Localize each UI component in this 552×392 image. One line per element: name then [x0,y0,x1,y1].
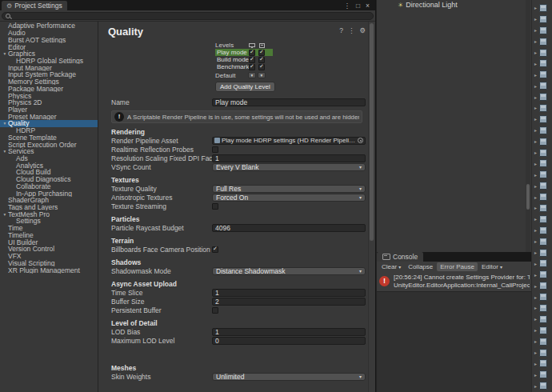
asset-row[interactable]: ▸ [532,336,552,347]
asset-row[interactable]: ▸ [532,125,552,136]
sidebar-item-settings[interactable]: Settings [0,218,98,225]
default-quality-dropdown[interactable]: ▾ [248,72,256,78]
asset-row[interactable]: ▸ [532,58,552,69]
console-collapse-button[interactable]: Collapse [405,262,436,271]
asset-row[interactable]: ▸ [532,302,552,314]
asset-row[interactable]: ▸ [532,147,552,158]
console-error-pause-button[interactable]: Error Pause [437,262,478,271]
window-menu-icon[interactable]: ⋮ [343,2,350,10]
asset-row[interactable]: ▸ [532,380,552,391]
quality-level-checkbox[interactable]: ✓ [258,50,265,56]
lod-bias-field[interactable]: 1 [212,328,366,336]
close-icon[interactable]: × [366,2,370,10]
sidebar-item-scene-template[interactable]: Scene Template [0,134,98,142]
asset-row[interactable]: ▸ [532,80,552,91]
sidebar-item-physics-2d[interactable]: Physics 2D [0,99,98,106]
asset-row[interactable]: ▸ [532,14,552,25]
foldout-open-icon[interactable]: ▾ [2,149,8,154]
content-scrollbar[interactable] [368,22,375,392]
asset-row[interactable]: ▸ [532,214,552,225]
asset-row[interactable]: ▸ [532,325,552,336]
sidebar-item-preset-manager[interactable]: Preset Manager [0,113,98,120]
asset-row[interactable]: ▸ [532,202,552,214]
sidebar-item-graphics[interactable]: ▾Graphics [0,50,98,58]
anisotropic-textures-dropdown[interactable]: Forced On▾ [212,194,366,202]
asset-row[interactable]: ▸ [532,25,552,36]
asset-row[interactable]: ▸ [532,102,552,114]
add-quality-level-button[interactable]: Add Quality Level [215,82,275,92]
sidebar-item-services[interactable]: ▾Services [0,148,98,155]
asset-row[interactable]: ▸ [532,225,552,236]
sidebar-item-shadergraph[interactable]: ShaderGraph [0,197,98,204]
help-icon[interactable]: ? [339,26,343,34]
asset-row[interactable]: ▸ [532,358,552,370]
realtime-reflection-probes-checkbox[interactable] [212,146,218,153]
sidebar-item-player[interactable]: Player [0,106,98,114]
sidebar-item-package-manager[interactable]: Package Manager [0,85,98,92]
texture-streaming-checkbox[interactable] [212,203,218,210]
sidebar-item-timeline[interactable]: Timeline [0,232,98,239]
asset-row[interactable]: ▸ [532,169,552,180]
console-editor-button[interactable]: Editor ▾ [478,262,506,271]
sidebar-item-input-system-package[interactable]: Input System Package [0,71,98,78]
billboards-face-camera-position-checkbox[interactable]: ✓ [212,246,218,253]
sidebar-item-cloud-build[interactable]: Cloud Build [0,169,98,176]
sidebar-item-time[interactable]: Time [0,225,98,232]
sidebar-item-hdrp-global-settings[interactable]: HDRP Global Settings [0,58,98,65]
sidebar-item-ui-builder[interactable]: UI Builder [0,238,98,246]
maximize-icon[interactable]: □ [356,2,360,10]
quality-level-checkbox[interactable]: ✓ [249,64,255,70]
asset-row[interactable]: ▸ [532,47,552,58]
hierarchy-item-directional-light[interactable]: ☀ Directional Light [377,0,531,9]
quality-level-checkbox[interactable]: ✓ [249,57,255,63]
quality-level-checkbox[interactable]: ✓ [249,50,255,56]
sidebar-item-script-execution-order[interactable]: Script Execution Order [0,141,98,148]
time-slice-field[interactable]: 1 [212,289,366,297]
tab-console[interactable]: Console [377,252,423,262]
more-icon[interactable]: ⋮ [348,26,355,34]
asset-row[interactable]: ▸ [532,314,552,325]
asset-row[interactable]: ▸ [532,158,552,169]
sidebar-item-visual-scripting[interactable]: Visual Scripting [0,259,98,266]
asset-row[interactable]: ▸ [532,180,552,191]
asset-row[interactable]: ▸ [532,114,552,125]
sidebar-item-collaborate[interactable]: Collaborate [0,183,98,190]
scrollbar-thumb[interactable] [370,23,374,241]
sidebar-item-memory-settings[interactable]: Memory Settings [0,78,98,86]
search-input[interactable] [2,12,374,20]
default-quality-dropdown-2[interactable]: ▾ [258,72,266,78]
particle-raycast-budget-field[interactable]: 4096 [212,224,366,232]
sidebar-item-version-control[interactable]: Version Control [0,246,98,253]
asset-row[interactable]: ▸ [532,269,552,280]
asset-row[interactable]: ▸ [532,280,552,291]
sidebar-item-adaptive-performance[interactable]: Adaptive Performance [0,22,98,30]
sidebar-item-vfx[interactable]: VFX [0,253,98,260]
asset-row[interactable]: ▸ [532,347,552,358]
quality-level-row-build-mode[interactable]: Build mode✓✓ [215,56,273,63]
asset-row[interactable]: ▸ [532,258,552,269]
sidebar-item-editor[interactable]: Editor [0,43,98,50]
buffer-size-field[interactable]: 2 [212,298,366,306]
console-clear-button[interactable]: Clear ▾ [378,262,404,271]
hierarchy-scrollbar[interactable] [526,0,530,252]
quality-level-row-play-mode[interactable]: Play mode✓✓ [215,49,273,56]
asset-row[interactable]: ▸ [532,91,552,102]
asset-row[interactable]: ▸ [532,36,552,47]
sidebar-item-burst-aot-settings[interactable]: Burst AOT Settings [0,36,98,43]
sidebar-item-in-app-purchasing[interactable]: In-App Purchasing [0,190,98,197]
foldout-open-icon[interactable]: ▾ [2,121,8,126]
sidebar-item-cloud-diagnostics[interactable]: Cloud Diagnostics [0,176,98,183]
tab-project-settings[interactable]: ⚙ Project Settings [2,1,67,10]
sidebar-item-analytics[interactable]: Analytics [0,162,98,169]
sidebar-item-xr-plugin-management[interactable]: XR Plugin Management [0,266,98,274]
asset-row[interactable]: ▸ [532,136,552,147]
persistent-buffer-checkbox[interactable] [212,307,218,314]
quality-level-checkbox[interactable]: ✓ [258,57,265,63]
foldout-open-icon[interactable]: ▾ [2,51,8,56]
vsync-count-dropdown[interactable]: Every V Blank▾ [212,163,366,171]
asset-row[interactable]: ▸ [532,247,552,258]
sidebar-item-physics[interactable]: Physics [0,92,98,99]
asset-row[interactable]: ▸ [532,69,552,80]
shadowmask-mode-dropdown[interactable]: Distance Shadowmask▾ [212,267,366,275]
quality-name-field[interactable]: Play mode [212,98,366,106]
